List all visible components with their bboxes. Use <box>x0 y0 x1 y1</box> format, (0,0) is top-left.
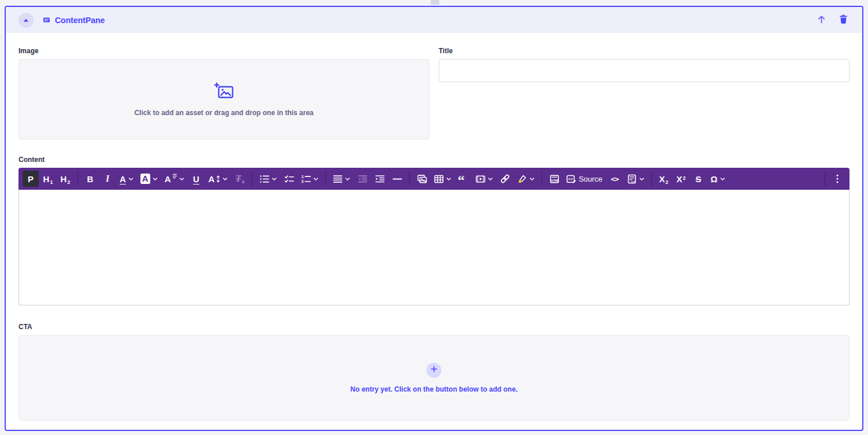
plus-icon <box>431 366 437 374</box>
toolbar-code-block-button[interactable]: <> <box>624 171 647 187</box>
html-icon: HTML <box>550 174 559 184</box>
link-icon <box>500 174 510 184</box>
toolbar-separator <box>77 171 78 186</box>
toolbar-block-quote-button[interactable]: “ <box>455 171 472 187</box>
toolbar-font-background-color-button[interactable]: A <box>138 171 161 187</box>
field-content: Content PH1H2BIAAAUATx12“HTML<>Source<><… <box>18 156 850 305</box>
font-family-lines-icon <box>173 174 177 179</box>
chevron-down-icon <box>153 177 158 181</box>
toolbar-show-more-button[interactable] <box>829 171 845 187</box>
cta-field-label: CTA <box>18 323 850 331</box>
toolbar-underline-button[interactable]: U <box>188 171 205 187</box>
image-icon <box>417 174 427 184</box>
toolbar-strikethrough-button[interactable]: S <box>691 171 707 187</box>
align-justify-icon <box>333 174 343 184</box>
toolbar-heading-2-button[interactable]: H2 <box>57 171 73 187</box>
component-card-contentpane: ContentPane <box>5 6 863 431</box>
title-input[interactable] <box>439 59 850 82</box>
toolbar-horizontal-line-button[interactable] <box>389 171 405 187</box>
chevron-down-icon <box>345 177 350 181</box>
toolbar-separator <box>252 171 253 186</box>
content-editor-area[interactable] <box>18 190 850 305</box>
toolbar-heading-1-button[interactable]: H1 <box>40 171 56 187</box>
chevron-down-icon <box>222 177 228 181</box>
toolbar-text-alignment-button[interactable] <box>330 171 353 187</box>
toolbar-subscript-button[interactable]: X2 <box>656 171 672 187</box>
toolbar-separator <box>825 171 825 186</box>
chevron-down-icon <box>128 177 133 181</box>
toolbar-font-family-button[interactable]: A <box>162 171 187 187</box>
image-dropzone[interactable]: Click to add an asset or drag and drop o… <box>18 59 429 139</box>
toolbar-separator <box>325 171 326 186</box>
code-block-icon: <> <box>627 174 637 184</box>
toolbar-italic-button[interactable]: I <box>99 171 116 187</box>
table-icon <box>434 174 444 184</box>
svg-text:<>: <> <box>569 177 573 181</box>
component-icon <box>43 16 50 24</box>
quote-icon: “ <box>458 175 469 183</box>
chevron-down-icon <box>720 177 725 181</box>
toolbar-insert-table-button[interactable] <box>431 171 454 187</box>
toolbar-remove-format-button[interactable]: Tx <box>232 171 248 187</box>
chevron-down-icon <box>313 177 318 181</box>
move-up-button[interactable] <box>815 14 828 27</box>
trash-icon <box>839 14 848 25</box>
arrow-up-icon <box>817 14 826 26</box>
toolbar-media-library-button[interactable] <box>414 171 430 187</box>
scrollbar-fragment <box>431 0 439 5</box>
toolbar-bulleted-list-button[interactable] <box>257 171 280 187</box>
toolbar-superscript-button[interactable]: X2 <box>673 171 689 187</box>
title-field-label: Title <box>439 47 850 55</box>
chevron-down-icon <box>272 177 277 181</box>
chevron-down-icon <box>639 177 644 181</box>
field-image: Image Click to add an asset or drag and … <box>18 47 429 139</box>
toolbar-decrease-indent-button[interactable] <box>354 171 370 187</box>
toolbar-paragraph-button[interactable]: P <box>23 171 39 187</box>
indent-icon <box>375 174 385 184</box>
chevron-down-icon <box>529 177 535 181</box>
toolbar-special-characters-button[interactable]: Ω <box>708 171 728 187</box>
collapse-button[interactable] <box>18 13 34 28</box>
toolbar-media-embed-button[interactable] <box>473 171 496 187</box>
component-header[interactable]: ContentPane <box>6 7 862 33</box>
outdent-icon <box>358 174 368 184</box>
toolbar-font-size-button[interactable]: A <box>206 171 231 187</box>
toolbar-numbered-list-button[interactable]: 12 <box>298 171 321 187</box>
toolbar-to-do-list-button[interactable] <box>281 171 297 187</box>
delete-button[interactable] <box>837 14 850 27</box>
video-icon <box>476 174 485 184</box>
chevron-down-icon <box>179 177 184 181</box>
list-todo-icon <box>284 174 294 184</box>
svg-text:<>: <> <box>630 179 635 183</box>
toolbar-html-embed-button[interactable]: HTML <box>546 171 562 187</box>
list-bulleted-icon <box>259 174 269 184</box>
list-numbered-icon: 12 <box>301 174 311 184</box>
source-icon: <> <box>566 174 576 184</box>
toolbar-link-button[interactable] <box>497 171 513 187</box>
caret-up-icon <box>23 16 29 24</box>
toolbar-source-editing-button[interactable]: <>Source <box>563 171 605 187</box>
svg-text:HTML: HTML <box>551 178 559 182</box>
toolbar-separator <box>651 171 652 186</box>
toolbar-increase-indent-button[interactable] <box>372 171 388 187</box>
field-cta: CTA No entry yet. Click on the button be… <box>18 323 850 421</box>
toolbar-separator <box>409 171 410 186</box>
toolbar-font-color-button[interactable]: A <box>117 171 136 187</box>
component-title: ContentPane <box>55 16 105 25</box>
content-field-label: Content <box>18 156 850 164</box>
page: ContentPane <box>0 0 868 435</box>
marker-icon <box>517 174 527 184</box>
chevron-down-icon <box>446 177 451 181</box>
toolbar-bold-button[interactable]: B <box>82 171 98 187</box>
component-body: Image Click to add an asset or drag and … <box>6 33 862 430</box>
add-image-icon <box>214 82 235 102</box>
chevron-down-icon <box>488 177 493 181</box>
toolbar-inline-code-button[interactable]: <> <box>607 171 623 187</box>
horizontal-rule-icon <box>392 174 402 184</box>
ellipsis-vertical-icon <box>836 174 839 183</box>
updown-arrow-icon <box>216 175 220 183</box>
cta-add-entry-button[interactable] <box>426 363 442 378</box>
content-toolbar: PH1H2BIAAAUATx12“HTML<>Source<><>X2X2SΩ <box>18 168 850 190</box>
svg-text:2: 2 <box>302 179 304 184</box>
toolbar-highlight-button[interactable] <box>514 171 537 187</box>
